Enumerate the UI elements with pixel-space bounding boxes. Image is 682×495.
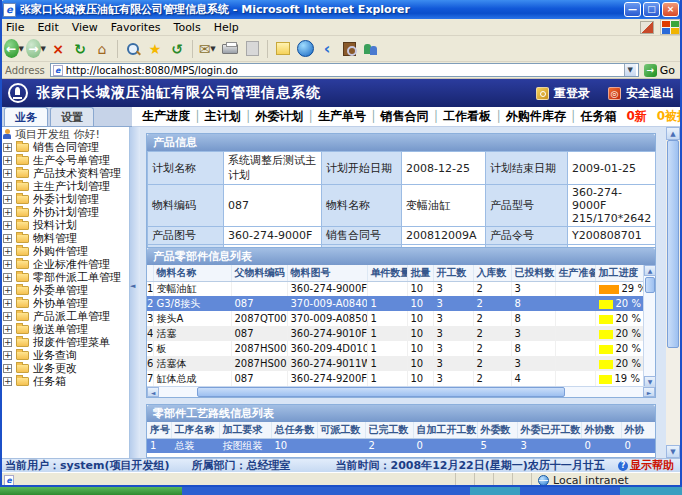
scroll-thumb[interactable]: [667, 140, 679, 348]
expand-icon[interactable]: +: [3, 182, 12, 191]
expand-icon[interactable]: +: [3, 156, 12, 165]
scroll-up-icon[interactable]: ▲: [666, 127, 680, 140]
expand-icon[interactable]: +: [3, 234, 12, 243]
column-header[interactable]: 加工要求: [219, 422, 271, 438]
nav-item-3[interactable]: 生产单号: [318, 108, 366, 125]
menu-item-help[interactable]: Help: [214, 21, 239, 34]
expand-icon[interactable]: +: [3, 377, 12, 386]
expand-icon[interactable]: +: [3, 143, 12, 152]
scroll-right-icon[interactable]: ►: [643, 387, 655, 397]
column-header[interactable]: 已投料数: [511, 265, 555, 281]
table-row[interactable]: 1变幅油缸360-274-9000F1032329 %: [147, 281, 643, 296]
nav-item-7[interactable]: 任务箱: [580, 108, 616, 125]
menu-item-favorites[interactable]: Favorites: [111, 21, 161, 34]
nav-item-5[interactable]: 工作看板: [443, 108, 491, 125]
dropdown-icon[interactable]: ▼: [41, 45, 46, 53]
table-row[interactable]: 1总装按图组装10205300: [147, 438, 655, 453]
logout-button[interactable]: ◎ 安全退出: [608, 85, 674, 102]
scroll-up-icon[interactable]: ▲: [644, 265, 656, 276]
nav-item-4[interactable]: 销售合同: [381, 108, 429, 125]
column-header[interactable]: 外委已开工数: [517, 422, 581, 438]
column-header[interactable]: 总任务数: [271, 422, 317, 438]
expand-icon[interactable]: +: [3, 325, 12, 334]
discuss-note-icon[interactable]: [273, 39, 293, 59]
expand-icon[interactable]: +: [3, 195, 12, 204]
history-icon[interactable]: ↺: [167, 39, 187, 59]
print-icon[interactable]: [220, 39, 240, 59]
column-header[interactable]: 物料名称: [153, 265, 231, 281]
expand-icon[interactable]: +: [3, 286, 12, 295]
refresh-icon[interactable]: ↻: [70, 39, 90, 59]
scroll-thumb[interactable]: [197, 387, 565, 397]
page-vertical-scrollbar[interactable]: ▲ ▼: [666, 127, 680, 458]
column-header[interactable]: 开工数: [433, 265, 473, 281]
column-header[interactable]: 外协: [621, 422, 655, 438]
column-header[interactable]: 自加工开工数: [413, 422, 477, 438]
taskbar-segment[interactable]: [470, 487, 520, 495]
menu-item-tools[interactable]: Tools: [174, 21, 201, 34]
expand-icon[interactable]: +: [3, 208, 12, 217]
messenger-globe-icon[interactable]: [295, 39, 315, 59]
table-row[interactable]: 6活塞体2087HS002360-274-9011W11032320 %: [147, 356, 643, 371]
research-icon[interactable]: [339, 39, 359, 59]
stop-icon[interactable]: ×: [48, 39, 68, 59]
column-header[interactable]: 加工进度: [595, 265, 643, 281]
table-row[interactable]: 5板2087HS002360-209-4D01011032820 %: [147, 341, 643, 356]
start-button-edge[interactable]: [0, 487, 182, 495]
tree-item-18[interactable]: +任务箱: [0, 375, 129, 388]
tab-设置[interactable]: 设置: [50, 107, 94, 126]
nav-item-6[interactable]: 外购件库存: [506, 108, 566, 125]
grid-vertical-scrollbar[interactable]: ▲ ▼: [643, 265, 655, 387]
column-header[interactable]: 入库数: [473, 265, 511, 281]
expand-icon[interactable]: +: [3, 221, 12, 230]
column-header[interactable]: 物料图号: [287, 265, 367, 281]
messenger-icon[interactable]: [361, 39, 381, 59]
column-header[interactable]: 单件数量: [367, 265, 407, 281]
favorites-icon[interactable]: ★: [145, 39, 165, 59]
menu-item-view[interactable]: View: [72, 21, 98, 34]
address-input[interactable]: e http://localhost:8080/MPS/login.do ▼: [50, 63, 639, 77]
expand-icon[interactable]: +: [3, 247, 12, 256]
grid-horizontal-scrollbar[interactable]: ◄ ►: [147, 386, 655, 397]
scroll-thumb[interactable]: [645, 277, 655, 293]
table-row[interactable]: 2G3/8接头087370-009-A084011032820 %: [147, 296, 643, 311]
expand-icon[interactable]: +: [3, 312, 12, 321]
nav-item-1[interactable]: 主计划: [205, 108, 241, 125]
column-header[interactable]: 生产准备: [555, 265, 595, 281]
column-header[interactable]: 批量: [407, 265, 433, 281]
nav-item-0[interactable]: 生产进度: [142, 108, 190, 125]
minimize-button[interactable]: —: [624, 2, 641, 17]
expand-icon[interactable]: +: [3, 299, 12, 308]
show-help-link[interactable]: ? 显示帮助: [618, 458, 674, 473]
sidebar-collapse-handle[interactable]: ◄: [130, 127, 140, 458]
column-header[interactable]: 已完工数: [365, 422, 413, 438]
column-header[interactable]: 可派工数: [317, 422, 365, 438]
scroll-left-icon[interactable]: ◄: [147, 387, 159, 397]
expand-icon[interactable]: +: [3, 273, 12, 282]
relogin-button[interactable]: 重登录: [536, 85, 590, 102]
scroll-down-icon[interactable]: ▼: [666, 445, 680, 458]
expand-icon[interactable]: +: [3, 364, 12, 373]
column-header[interactable]: 外委数: [477, 422, 517, 438]
table-row[interactable]: 7缸体总成087360-274-9200F11032419 %: [147, 371, 643, 386]
mail-icon[interactable]: ✉▼: [198, 39, 218, 59]
maximize-button[interactable]: □: [643, 2, 660, 17]
tab-业务[interactable]: 业务: [4, 107, 48, 126]
taskbar-segment[interactable]: [620, 487, 682, 495]
column-header[interactable]: 工序名称: [171, 422, 219, 438]
nav-item-2[interactable]: 外委计划: [255, 108, 303, 125]
column-header[interactable]: 父物料编码: [231, 265, 287, 281]
back-icon[interactable]: ←▼: [4, 39, 24, 59]
menu-item-edit[interactable]: Edit: [37, 21, 58, 34]
column-header[interactable]: 外协数: [581, 422, 621, 438]
table-row[interactable]: 3接头A2087QT002370-009-A085011032820 %: [147, 311, 643, 326]
expand-icon[interactable]: +: [3, 260, 12, 269]
table-row[interactable]: 4活塞087360-274-9010F11032320 %: [147, 326, 643, 341]
quick-swoosh-icon[interactable]: ‹: [317, 39, 337, 59]
browser-addon-icon[interactable]: [640, 21, 654, 34]
close-button[interactable]: ×: [662, 2, 679, 17]
expand-icon[interactable]: +: [3, 351, 12, 360]
forward-icon[interactable]: →▼: [26, 39, 46, 59]
expand-icon[interactable]: +: [3, 169, 12, 178]
windows-taskbar[interactable]: [0, 487, 682, 495]
